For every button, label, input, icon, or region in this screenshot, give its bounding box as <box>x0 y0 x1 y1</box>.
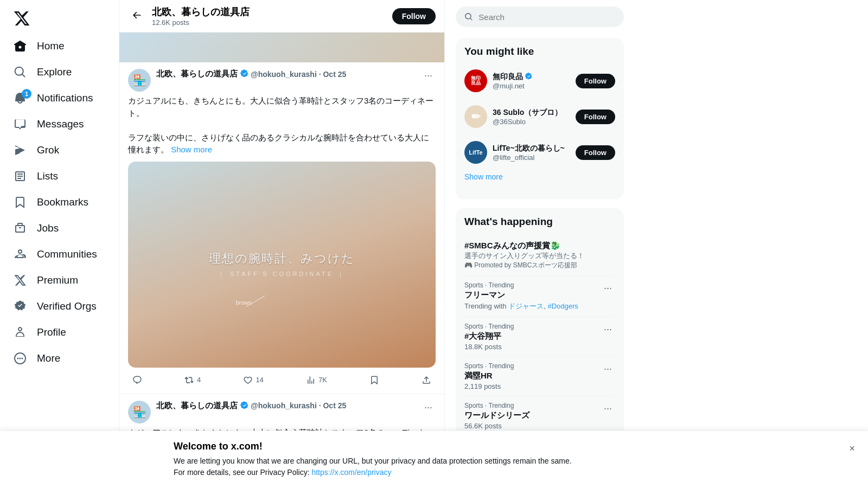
trending-freeman-name: フリーマン <box>464 290 615 300</box>
sidebar-item-grok-label: Grok <box>37 144 59 156</box>
x-logo[interactable] <box>7 4 112 31</box>
tweet-2-more-button[interactable]: ··· <box>421 401 436 414</box>
explore-icon <box>13 65 27 79</box>
sidebar-item-profile-label: Profile <box>37 326 66 338</box>
right-sidebar: You might like 無印 良品 無印良品 @muji.net Foll… <box>445 0 635 488</box>
show-more-suggestions-link[interactable]: Show more <box>464 172 615 181</box>
tweet-2-name: 北欧、暮らしの道具店 @hokuoh_kurashi · Oct 25 <box>156 401 416 411</box>
tweet-1[interactable]: 🏪 北欧、暮らしの道具店 @hokuoh_kurashi · Oct 25 ··… <box>119 62 444 394</box>
trending-smbc[interactable]: #SMBCみんなの声援賞🐉 選手のサイン入りグッズ等が当たる！ 🎮 Promot… <box>464 235 615 276</box>
sidebar-item-notifications[interactable]: Notifications 1 <box>7 86 112 111</box>
trending-ohtani-count: 18.8K posts <box>464 343 615 351</box>
nav-items: Home Explore Notifications 1 Messages <box>7 34 112 451</box>
bookmarks-icon <box>13 195 27 209</box>
muji-handle: @muji.net <box>493 82 570 90</box>
lifte-handle: @lifte_official <box>493 153 570 162</box>
follow-card-lifte: LífTe LіfTe~北欧の暮らし~ @lifte_official Foll… <box>464 137 615 168</box>
views-button[interactable]: 7K <box>302 373 331 387</box>
views-count: 7K <box>318 376 327 384</box>
welcome-close-button[interactable]: × <box>847 441 857 457</box>
follow-muji-button[interactable]: Follow <box>576 74 615 88</box>
sidebar-item-bookmarks[interactable]: Bookmarks <box>7 190 112 215</box>
bookmark-button[interactable] <box>365 373 384 387</box>
trending-worldseries-more[interactable]: ··· <box>601 402 615 415</box>
svg-point-1 <box>17 358 19 359</box>
sidebar-item-explore-label: Explore <box>37 66 72 78</box>
sidebar-item-home[interactable]: Home <box>7 34 112 59</box>
sublo-name: 36 Sublo（サブロ） <box>493 108 570 118</box>
sidebar-item-explore[interactable]: Explore <box>7 60 112 85</box>
you-might-like-title: You might like <box>464 46 615 57</box>
trending-smbc-desc: 選手のサイン入りグッズ等が当たる！ <box>464 251 615 261</box>
welcome-text: We are letting you know that we are chan… <box>174 455 836 478</box>
show-more-link[interactable]: Show more <box>171 145 212 154</box>
profile-banner <box>119 33 444 62</box>
tweet-1-avatar: 🏪 <box>128 69 151 92</box>
trending-worldseries-name: ワールドシリーズ <box>464 410 615 421</box>
sidebar-item-profile[interactable]: Profile <box>7 320 112 345</box>
retweet-button[interactable]: 4 <box>180 373 205 387</box>
follow-lifte-button[interactable]: Follow <box>576 145 615 160</box>
notifications-badge: 1 <box>22 89 31 99</box>
tweet-1-more-button[interactable]: ··· <box>421 69 436 82</box>
sidebar-item-lists[interactable]: Lists <box>7 164 112 189</box>
like-button[interactable]: 14 <box>239 373 267 387</box>
trending-freeman[interactable]: Sports · Trending フリーマン Trending with ドジ… <box>464 276 615 317</box>
welcome-banner: Welcome to x.com! We are letting you kno… <box>0 431 868 488</box>
trending-worldseries-count: 56.6K posts <box>464 422 615 430</box>
tweet-1-handle: @hokuoh_kurashi · Oct 25 <box>251 70 346 79</box>
share-button[interactable] <box>417 373 436 387</box>
header-follow-button[interactable]: Follow <box>392 8 436 24</box>
trending-ohtani-name: #大谷翔平 <box>464 331 615 342</box>
sidebar-item-communities[interactable]: Communities <box>7 242 112 267</box>
sidebar-item-jobs[interactable]: Jobs <box>7 216 112 241</box>
sidebar-item-communities-label: Communities <box>37 248 97 260</box>
trending-manzo[interactable]: Sports · Trending 満塁HR 2,119 posts ··· <box>464 357 615 396</box>
search-input[interactable] <box>478 12 615 22</box>
profile-header-posts: 12.6K posts <box>152 18 386 27</box>
verified-orgs-icon <box>13 299 27 313</box>
communities-icon <box>13 247 27 261</box>
sublo-info: 36 Sublo（サブロ） @36Sublo <box>493 108 570 126</box>
sidebar-item-jobs-label: Jobs <box>37 222 59 234</box>
welcome-content: Welcome to x.com! We are letting you kno… <box>174 441 836 478</box>
follow-card-36sublo: ✏ 36 Sublo（サブロ） @36Sublo Follow <box>464 101 615 132</box>
svg-point-2 <box>20 358 21 359</box>
lists-icon <box>13 169 27 183</box>
privacy-policy-link[interactable]: https://x.com/en/privacy <box>311 468 391 477</box>
sidebar-item-messages[interactable]: Messages <box>7 112 112 137</box>
follow-sublo-button[interactable]: Follow <box>576 110 615 124</box>
trending-ohtani-category: Sports · Trending <box>464 323 615 330</box>
sidebar-item-verified-orgs[interactable]: Verified Orgs <box>7 294 112 319</box>
sidebar-item-more[interactable]: More <box>7 346 112 371</box>
muji-avatar: 無印 良品 <box>464 69 487 92</box>
lifte-info: LіfTe~北欧の暮らし~ @lifte_official <box>493 144 570 162</box>
tweet-1-image: 理想の腕時計、みつけた ｜ STAFF'S COORDINATE ｜ brown <box>128 162 436 368</box>
trending-smbc-promoted: 🎮 Promoted by SMBCスポーツ応援部 <box>464 261 615 270</box>
premium-icon <box>13 273 27 287</box>
trending-manzo-category: Sports · Trending <box>464 362 615 370</box>
sidebar-item-premium[interactable]: Premium <box>7 268 112 293</box>
trending-ohtani[interactable]: Sports · Trending #大谷翔平 18.8K posts ··· <box>464 317 615 357</box>
lifte-name: LіfTe~北欧の暮らし~ <box>493 144 570 153</box>
sidebar-item-home-label: Home <box>37 40 65 52</box>
sidebar-item-premium-label: Premium <box>37 274 78 286</box>
sidebar-item-bookmarks-label: Bookmarks <box>37 196 88 208</box>
reply-button[interactable] <box>128 373 146 387</box>
search-bar[interactable] <box>456 7 624 27</box>
sidebar: Home Explore Notifications 1 Messages <box>0 0 119 488</box>
trending-freeman-more[interactable]: ··· <box>601 281 615 295</box>
verified-icon <box>240 69 248 79</box>
sidebar-item-lists-label: Lists <box>37 170 58 182</box>
whats-happening-section: What's happening #SMBCみんなの声援賞🐉 選手のサイン入りグ… <box>456 208 624 463</box>
trending-ohtani-more[interactable]: ··· <box>601 323 615 336</box>
muji-info: 無印良品 @muji.net <box>493 72 570 90</box>
trending-manzo-more[interactable]: ··· <box>601 362 615 376</box>
welcome-title: Welcome to x.com! <box>174 441 836 452</box>
sidebar-item-more-label: More <box>37 352 60 364</box>
svg-point-3 <box>22 358 23 359</box>
tweet-1-name: 北欧、暮らしの道具店 @hokuoh_kurashi · Oct 25 <box>156 69 416 79</box>
sidebar-item-grok[interactable]: Grok <box>7 138 112 163</box>
main-feed: 北欧、暮らしの道具店 12.6K posts Follow 🏪 北欧、暮らしの道… <box>119 0 445 488</box>
back-button[interactable] <box>128 7 145 26</box>
